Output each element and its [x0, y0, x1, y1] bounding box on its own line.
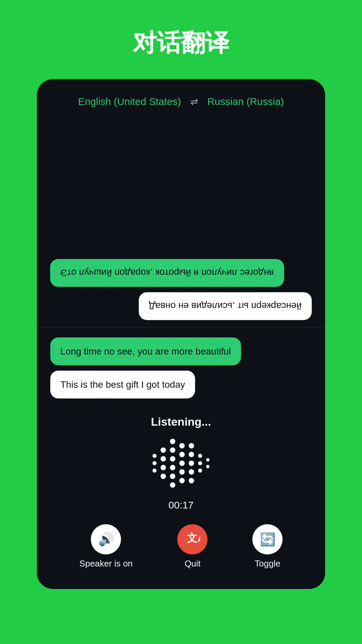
speaker-icon: 🔊 — [98, 532, 114, 547]
dot — [170, 439, 175, 444]
msg-flipped-white: Давно не виделись, ты прекрасней — [139, 292, 312, 320]
wave-col-3 — [170, 436, 175, 490]
dot — [170, 456, 175, 462]
dot — [189, 461, 194, 466]
svg-text:文A: 文A — [187, 532, 200, 544]
speaker-control: 🔊 Speaker is on — [79, 524, 133, 569]
dot — [170, 474, 175, 479]
toggle-icon: 🔄 — [260, 532, 276, 547]
dot — [179, 461, 185, 466]
app-title: 对话翻译 — [133, 27, 229, 59]
lang-left[interactable]: English (United States) — [78, 96, 181, 107]
dot — [153, 469, 157, 473]
swap-icon[interactable]: ⇌ — [190, 96, 198, 107]
waveform — [146, 436, 216, 490]
wave-col-7 — [206, 436, 209, 490]
msg-normal-green: Long time no see, you are more beautiful — [50, 337, 241, 365]
dot — [179, 452, 185, 457]
dot — [161, 465, 166, 470]
translate-icon: 文A — [185, 530, 200, 548]
dot — [189, 469, 194, 475]
speaker-button[interactable]: 🔊 — [91, 524, 121, 554]
dot — [189, 478, 194, 483]
dot — [179, 469, 185, 475]
msg-flipped-green: Это лучший подарок, который я получил се… — [50, 259, 284, 287]
messages-bottom: Long time no see, you are more beautiful… — [37, 327, 325, 405]
dot — [189, 443, 194, 448]
toggle-button[interactable]: 🔄 — [252, 524, 283, 554]
lang-header: English (United States) ⇌ Russian (Russi… — [37, 93, 325, 117]
dot — [161, 474, 166, 479]
speaker-label: Speaker is on — [79, 558, 133, 569]
listening-label: Listening... — [151, 415, 211, 428]
wave-col-5 — [189, 436, 194, 490]
messages-top: Это лучший подарок, который я получил се… — [37, 117, 325, 327]
dot — [161, 456, 166, 462]
bottom-controls: 🔊 Speaker is on 文A Quit 🔄 Toggle — [37, 518, 325, 572]
phone-card: English (United States) ⇌ Russian (Russi… — [37, 79, 325, 589]
dot — [206, 465, 209, 468]
timer-label: 00:17 — [168, 499, 193, 511]
wave-col-2 — [161, 436, 166, 490]
dot — [198, 461, 202, 465]
wave-col-6 — [198, 436, 202, 490]
quit-control: 文A Quit — [177, 524, 207, 569]
toggle-label: Toggle — [255, 558, 281, 569]
wave-col-4 — [179, 436, 185, 490]
quit-label: Quit — [185, 558, 201, 569]
dot — [206, 458, 209, 462]
quit-button[interactable]: 文A — [177, 524, 207, 554]
dot — [179, 478, 185, 483]
toggle-control: 🔄 Toggle — [252, 524, 283, 569]
msg-normal-white: This is the best gift I got today — [50, 371, 195, 398]
dot — [153, 461, 157, 465]
dot — [170, 465, 175, 470]
wave-col-1 — [153, 436, 157, 490]
lang-right[interactable]: Russian (Russia) — [207, 96, 284, 107]
dot — [170, 482, 175, 488]
dot — [179, 443, 185, 448]
dot — [198, 469, 202, 473]
dot — [153, 454, 157, 458]
dot — [189, 452, 194, 457]
listening-section: Listening... — [37, 405, 325, 514]
dot — [198, 454, 202, 458]
dot — [170, 447, 175, 453]
dot — [161, 447, 166, 453]
